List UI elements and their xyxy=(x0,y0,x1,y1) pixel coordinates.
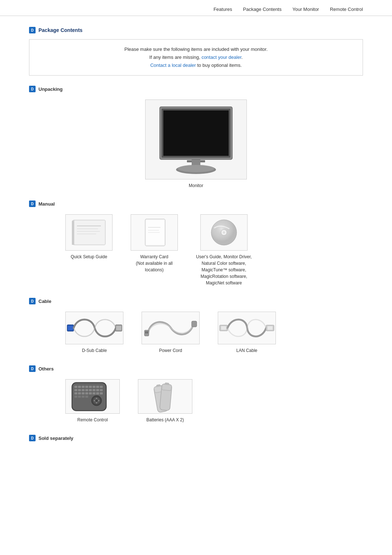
svg-rect-54 xyxy=(78,392,81,394)
dsub-cable-item: D-Sub Cable xyxy=(65,312,123,354)
lan-cable-item: LAN Cable xyxy=(218,312,276,354)
sold-separately-header: D Sold separately xyxy=(29,435,363,441)
info-line2: If any items are missing, contact your d… xyxy=(44,53,348,61)
section-icon: D xyxy=(29,27,36,33)
unpacking-section: D Unpacking xyxy=(29,86,363,189)
remote-control-label: Remote Control xyxy=(77,417,108,423)
info-line1: Please make sure the following items are… xyxy=(44,45,348,53)
page-section-header: D Package Contents xyxy=(29,27,363,33)
svg-rect-2 xyxy=(163,110,229,156)
svg-rect-30 xyxy=(192,321,197,327)
unpacking-title: Unpacking xyxy=(38,86,62,92)
quick-setup-guide-label: Quick Setup Guide xyxy=(71,254,107,260)
svg-rect-40 xyxy=(85,386,88,388)
quick-setup-guide-item: Quick Setup Guide xyxy=(65,214,113,260)
remote-control-image xyxy=(65,379,120,414)
batteries-image xyxy=(138,379,192,414)
svg-rect-45 xyxy=(74,389,77,391)
others-items: Remote Control xyxy=(29,379,363,423)
svg-rect-59 xyxy=(96,392,99,394)
lan-cable-image xyxy=(218,312,276,344)
dsub-cable-image xyxy=(65,312,123,344)
manual-section: D Manual xyxy=(29,200,363,286)
svg-rect-56 xyxy=(85,392,88,394)
svg-rect-57 xyxy=(89,392,92,394)
others-title: Others xyxy=(38,366,54,372)
others-header: D Others xyxy=(29,365,363,372)
batteries-item: Batteries (AAA X 2) xyxy=(138,379,192,423)
cable-items: D-Sub Cable Po xyxy=(29,312,363,354)
power-cord-label: Power Cord xyxy=(159,347,182,354)
svg-rect-64 xyxy=(85,396,88,398)
svg-rect-39 xyxy=(82,386,85,388)
svg-point-6 xyxy=(178,165,214,172)
svg-rect-32 xyxy=(221,326,226,330)
unpacking-icon: D xyxy=(29,86,36,92)
software-cd-image xyxy=(200,214,248,251)
nav-remote-control[interactable]: Remote Control xyxy=(330,7,363,12)
svg-rect-43 xyxy=(96,386,99,388)
svg-rect-51 xyxy=(96,389,99,391)
svg-rect-42 xyxy=(93,386,95,388)
batteries-label: Batteries (AAA X 2) xyxy=(146,417,184,423)
svg-rect-48 xyxy=(85,389,88,391)
svg-rect-55 xyxy=(82,392,85,394)
others-icon: D xyxy=(29,365,36,372)
software-cd-item: User's Guide, Monitor Driver,Natural Col… xyxy=(196,214,252,286)
svg-rect-34 xyxy=(268,326,273,330)
info-box: Please make sure the following items are… xyxy=(29,39,363,76)
svg-point-71 xyxy=(95,399,98,402)
cable-title: Cable xyxy=(38,299,51,304)
remote-control-item: Remote Control xyxy=(65,379,120,423)
unpacking-header: D Unpacking xyxy=(29,86,363,92)
svg-rect-44 xyxy=(100,386,103,388)
warranty-card-item: Warranty Card(Not available in alllocati… xyxy=(131,214,178,273)
sold-separately-section: D Sold separately xyxy=(29,435,363,441)
svg-rect-61 xyxy=(74,396,77,398)
manual-header: D Manual xyxy=(29,200,363,207)
cable-section: D Cable xyxy=(29,298,363,354)
svg-rect-58 xyxy=(93,392,95,394)
svg-rect-38 xyxy=(78,386,81,388)
manual-title: Manual xyxy=(38,201,55,207)
monitor-image xyxy=(145,100,247,179)
page-title: Package Contents xyxy=(38,27,82,33)
nav-features[interactable]: Features xyxy=(213,7,232,12)
svg-rect-62 xyxy=(78,396,81,398)
nav-package-contents[interactable]: Package Contents xyxy=(243,7,281,12)
svg-rect-24 xyxy=(68,326,73,330)
monitor-item: Monitor xyxy=(163,100,229,189)
svg-rect-26 xyxy=(116,326,121,330)
svg-rect-37 xyxy=(74,386,77,388)
svg-rect-52 xyxy=(100,389,103,391)
cable-header: D Cable xyxy=(29,298,363,304)
unpacking-items: Monitor xyxy=(29,100,363,189)
others-section: D Others xyxy=(29,365,363,423)
sold-separately-title: Sold separately xyxy=(38,436,73,441)
quick-setup-guide-image xyxy=(65,214,113,251)
contact-dealer-link2[interactable]: Contact a local dealer xyxy=(150,62,196,68)
power-cord-item: Power Cord xyxy=(142,312,200,354)
svg-rect-8 xyxy=(74,220,105,245)
svg-rect-79 xyxy=(162,384,171,390)
svg-rect-50 xyxy=(93,389,95,391)
sold-separately-icon: D xyxy=(29,435,36,441)
svg-rect-13 xyxy=(72,221,74,245)
svg-rect-63 xyxy=(82,396,85,398)
nav-your-monitor[interactable]: Your Monitor xyxy=(293,7,319,12)
contact-dealer-link1[interactable]: contact your dealer xyxy=(201,54,241,60)
top-navigation: Features Package Contents Your Monitor R… xyxy=(0,0,392,16)
power-cord-image xyxy=(142,312,200,344)
manual-items: Quick Setup Guide Warranty Card(Not avai xyxy=(29,214,363,286)
cable-icon: D xyxy=(29,298,36,304)
software-cd-label: User's Guide, Monitor Driver,Natural Col… xyxy=(196,254,252,286)
svg-rect-60 xyxy=(100,392,103,394)
svg-rect-49 xyxy=(89,389,92,391)
svg-rect-53 xyxy=(74,392,77,394)
warranty-card-label: Warranty Card(Not available in alllocati… xyxy=(136,254,172,273)
info-line3: Contact a local dealer to buy optional i… xyxy=(44,61,348,69)
monitor-label: Monitor xyxy=(189,182,203,189)
lan-cable-label: LAN Cable xyxy=(236,347,257,354)
dsub-cable-label: D-Sub Cable xyxy=(82,347,107,354)
svg-point-22 xyxy=(223,231,225,234)
